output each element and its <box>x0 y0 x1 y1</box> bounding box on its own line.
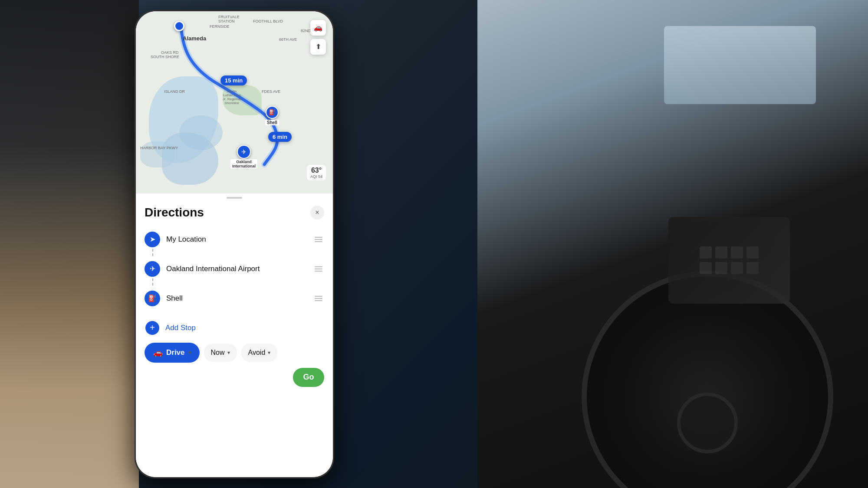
weather-aqi: AQI 54 <box>310 174 322 179</box>
now-button[interactable]: Now ▾ <box>204 344 237 362</box>
map-label-fdes: FDES AVE <box>262 89 280 94</box>
avoid-button-label: Avoid <box>248 349 266 357</box>
map-pin-airport[interactable]: ✈ OaklandInternational <box>230 145 257 169</box>
close-button[interactable]: × <box>310 206 324 219</box>
add-stop-row[interactable]: + Add Stop <box>145 317 324 339</box>
add-stop-label[interactable]: Add Stop <box>165 324 196 332</box>
map-pin-shell[interactable]: ⛽ Shell <box>265 106 279 125</box>
phone-screen: Alameda FRUITVALESTATION FOOTHILL BLVD S… <box>136 11 333 477</box>
map-pin-start <box>174 21 184 31</box>
stop-reorder-handle-2[interactable] <box>313 265 324 273</box>
handle-line <box>315 298 322 299</box>
handle-line <box>315 241 322 242</box>
avoid-button[interactable]: Avoid ▾ <box>241 344 278 362</box>
map-label-harbor-bay: HARBOR BAY PKWY <box>140 146 178 150</box>
dashboard-display <box>664 26 816 104</box>
drive-button-label: Drive <box>166 348 185 357</box>
weather-temp: 63° <box>310 167 322 174</box>
map-car-mode-button[interactable]: 🚗 <box>310 20 326 36</box>
map-label-mlk: MartinLuther KingJr. RegionalShoreline <box>223 89 241 105</box>
shell-pin-label: Shell <box>265 120 279 125</box>
map-label-south-shore: SOUTH SHORE <box>151 55 179 59</box>
map-label-foothill: FOOTHILL BLVD <box>253 19 283 23</box>
handle-line <box>315 266 322 267</box>
now-chevron-icon: ▾ <box>227 350 230 356</box>
directions-panel: Directions × ➤ My Location <box>136 202 333 477</box>
stop-name-my-location: My Location <box>166 235 313 244</box>
drag-handle[interactable] <box>227 197 242 199</box>
map-area[interactable]: Alameda FRUITVALESTATION FOOTHILL BLVD S… <box>136 11 333 193</box>
drive-chevron-icon: ▾ <box>188 350 191 356</box>
phone-device: Alameda FRUITVALESTATION FOOTHILL BLVD S… <box>135 10 334 478</box>
steering-wheel-center <box>677 393 738 453</box>
location-icon: ➤ <box>150 235 155 243</box>
map-label-oaks-rd: OAKS RD <box>161 50 179 55</box>
map-label-fruitvale: FRUITVALESTATION <box>218 15 240 23</box>
stop-icon-shell: ⛽ <box>145 291 160 306</box>
now-button-label: Now <box>211 349 225 357</box>
bottom-controls: 🚗 Drive ▾ Now ▾ Avoid ▾ <box>145 339 324 363</box>
handle-line <box>315 269 322 269</box>
directions-header: Directions × <box>145 202 324 226</box>
stop-item-airport[interactable]: ✈ Oakland International Airport <box>145 256 324 282</box>
stop-reorder-handle-1[interactable] <box>313 235 324 244</box>
map-label-island-dr: ISLAND DR <box>164 89 185 94</box>
map-label-fernside: FERNSIDE <box>210 24 230 29</box>
map-label-alameda: Alameda <box>183 35 206 42</box>
map-compass-button[interactable]: ⬆ <box>310 39 326 55</box>
go-button[interactable]: Go <box>293 368 324 387</box>
fuel-icon: ⛽ <box>148 294 157 302</box>
stops-list: ➤ My Location ✈ Oa <box>145 226 324 311</box>
stop-icon-location: ➤ <box>145 232 160 247</box>
phone-container: Alameda FRUITVALESTATION FOOTHILL BLVD S… <box>126 0 343 488</box>
airport-pin-icon: ✈ <box>237 145 251 159</box>
drive-car-icon: 🚗 <box>153 348 163 357</box>
map-badge-6min[interactable]: 6 min <box>268 132 292 142</box>
shell-pin-icon: ⛽ <box>266 106 279 119</box>
go-button-container: Go <box>145 368 324 387</box>
handle-line <box>315 239 322 240</box>
airport-pin-label: OaklandInternational <box>230 159 257 169</box>
directions-title: Directions <box>145 206 204 219</box>
add-stop-button[interactable]: + <box>145 321 159 335</box>
handle-line <box>315 300 322 301</box>
airport-icon: ✈ <box>150 265 155 273</box>
handle-line <box>315 296 322 297</box>
handle-line <box>315 237 322 238</box>
handle-line <box>315 271 322 272</box>
stop-name-airport: Oakland International Airport <box>166 265 313 273</box>
stop-item-shell[interactable]: ⛽ Shell <box>145 285 324 311</box>
weather-badge: 63° AQI 54 <box>307 165 326 180</box>
stop-name-shell: Shell <box>166 294 313 303</box>
stop-reorder-handle-3[interactable] <box>313 294 324 303</box>
stop-item-my-location[interactable]: ➤ My Location <box>145 226 324 252</box>
stop-icon-airport: ✈ <box>145 261 160 277</box>
avoid-chevron-icon: ▾ <box>268 350 270 356</box>
drive-button[interactable]: 🚗 Drive ▾ <box>145 343 200 363</box>
map-badge-15min[interactable]: 15 min <box>220 75 247 85</box>
map-toolbar: 🚗 ⬆ <box>310 20 326 55</box>
car-radio <box>668 217 790 304</box>
bg-left-hand <box>0 0 139 488</box>
map-label-66th: 66TH AVE <box>279 37 297 42</box>
